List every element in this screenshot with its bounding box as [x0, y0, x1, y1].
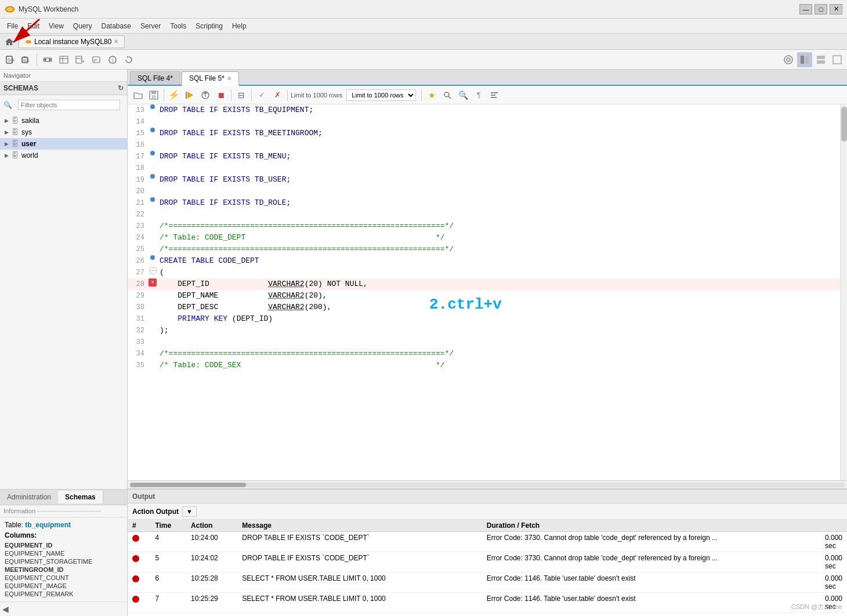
vertical-scrollbar[interactable]	[840, 104, 847, 480]
find-button[interactable]	[440, 88, 454, 102]
stop-button[interactable]: ⏹	[214, 88, 228, 102]
svg-marker-29	[187, 92, 193, 99]
toggle-output-button[interactable]: ⊟	[234, 88, 248, 102]
save-button[interactable]	[147, 88, 161, 102]
view-toggle-1[interactable]	[797, 52, 812, 67]
sql-tab-5[interactable]: SQL File 5* ✕	[182, 71, 239, 86]
menu-scripting[interactable]: Scripting	[191, 21, 227, 31]
output-row-4[interactable]: 4 10:24:00 DROP TABLE IF EXISTS `CODE_DE…	[128, 532, 847, 552]
invisible-chars-button[interactable]: ¶	[472, 88, 486, 102]
code-line-13: 13 DROP TABLE IF EXISTS TB_EQUIPMENT;	[128, 104, 847, 116]
window-controls: — □ ✕	[799, 4, 842, 15]
connect-db-button[interactable]	[40, 52, 55, 67]
schemas-header: SCHEMAS ↻	[0, 82, 127, 95]
output-results-table: # Time Action Message Duration / Fetch 4	[128, 520, 847, 616]
left-panel-collapse-button[interactable]: ◀	[2, 604, 9, 614]
tab-schemas[interactable]: Schemas	[58, 491, 103, 503]
table-edit-button[interactable]	[73, 52, 88, 67]
minimize-button[interactable]: —	[799, 4, 812, 15]
menu-file[interactable]: File	[2, 21, 23, 31]
schema-item-user[interactable]: ▶ 🗄 user	[0, 138, 127, 150]
tree-arrow-icon: ▶	[5, 141, 9, 147]
limit-select[interactable]: Limit to 10 rows Limit to 100 rows Limit…	[346, 89, 416, 101]
svg-rect-25	[833, 56, 841, 64]
open-folder-button[interactable]	[131, 88, 145, 102]
view-toggle-3[interactable]	[830, 52, 845, 67]
reconnect-button[interactable]	[121, 52, 136, 67]
col-equipment-storagetime: EQUIPMENT_STORAGETIME	[5, 557, 122, 566]
query-toolbar-sep4	[287, 89, 288, 101]
db-icon: 🗄	[12, 140, 19, 148]
output-toolbar: Action Output ▼	[128, 503, 847, 520]
menu-server[interactable]: Server	[136, 21, 165, 31]
watermark: CSDN @古二nine	[791, 603, 842, 611]
output-table-container: # Time Action Message Duration / Fetch 4	[128, 520, 847, 616]
close-button[interactable]: ✕	[830, 4, 842, 15]
procedure-button[interactable]: P	[89, 52, 104, 67]
col-header-action: Action	[186, 520, 237, 532]
maximize-button[interactable]: □	[815, 4, 827, 15]
code-editor[interactable]: 13 DROP TABLE IF EXISTS TB_EQUIPMENT; 14…	[128, 104, 847, 480]
menu-query[interactable]: Query	[68, 21, 97, 31]
output-row-7[interactable]: 7 10:25:29 SELECT * FROM USER.TABLE LIMI…	[128, 593, 847, 613]
explain-button[interactable]	[198, 88, 212, 102]
code-line-35: 35 /* Table: CODE_SEX */	[128, 360, 847, 371]
menu-edit[interactable]: Edit	[23, 21, 44, 31]
format-button[interactable]	[487, 88, 501, 102]
horizontal-scrollbar[interactable]	[128, 480, 847, 488]
col-equipment-count: EQUIPMENT_COUNT	[5, 574, 122, 582]
svg-rect-30	[186, 92, 187, 99]
instance-tab-close[interactable]: ✕	[114, 38, 118, 45]
sql-tabs: SQL File 4* SQL File 5* ✕	[128, 70, 847, 86]
svg-rect-21	[801, 56, 804, 64]
new-sql-button[interactable]: SQL	[2, 52, 17, 67]
schemas-refresh-icon[interactable]: ↻	[118, 84, 124, 92]
tab-administration[interactable]: Administration	[0, 491, 58, 503]
magnify-button[interactable]: 🔍	[456, 88, 470, 102]
filter-input[interactable]	[18, 100, 120, 110]
table-view-button[interactable]	[56, 52, 71, 67]
svg-point-8	[44, 59, 46, 61]
execute-button[interactable]: ⚡	[167, 88, 181, 102]
bookmark-button[interactable]: ★	[425, 88, 439, 102]
schema-item-sys[interactable]: ▶ 🗄 sys	[0, 126, 127, 138]
commit-button[interactable]: ✓	[255, 88, 269, 102]
main-layout: Navigator SCHEMAS ↻ 🔍 ▶ 🗄 sakila ▶ 🗄 sys…	[0, 70, 847, 616]
db-icon: 🗄	[12, 128, 19, 136]
code-line-22: 22	[128, 209, 847, 220]
db-icon: 🗄	[12, 151, 19, 160]
svg-rect-22	[805, 56, 809, 64]
query-toolbar-sep5	[421, 89, 422, 101]
schema-item-sakila[interactable]: ▶ 🗄 sakila	[0, 115, 127, 126]
query-toolbar: ⚡ ⏹ ⊟ ✓ ✗ Limit to 1000 rows Limit to 10…	[128, 86, 847, 104]
rollback-button[interactable]: ✗	[270, 88, 284, 102]
output-row-5[interactable]: 5 10:24:02 DROP TABLE IF EXISTS `CODE_DE…	[128, 552, 847, 572]
code-line-27: 27 − (	[128, 267, 847, 278]
menu-help[interactable]: Help	[227, 21, 251, 31]
action-output-label: Action Output	[132, 508, 179, 516]
instance-tab[interactable]: Local instance MySQL80 ✕	[19, 35, 125, 48]
home-button[interactable]	[2, 35, 16, 49]
execute-selection-button[interactable]	[183, 88, 197, 102]
sql-tab-close-icon[interactable]: ✕	[227, 75, 231, 82]
settings-button[interactable]	[781, 52, 796, 67]
schema-item-world[interactable]: ▶ 🗄 world	[0, 150, 127, 161]
view-toggle-2[interactable]	[813, 52, 828, 67]
db-icon: 🗄	[12, 117, 19, 125]
code-line-24: 24 /* Table: CODE_DEPT */	[128, 232, 847, 244]
svg-point-20	[787, 58, 790, 61]
code-line-18: 18	[128, 162, 847, 174]
svg-text:P: P	[94, 58, 97, 63]
left-panel: Navigator SCHEMAS ↻ 🔍 ▶ 🗄 sakila ▶ 🗄 sys…	[0, 70, 128, 616]
code-line-15: 15 DROP TABLE IF EXISTS TB_MEETINGROOM;	[128, 128, 847, 139]
info-button[interactable]: i	[105, 52, 120, 67]
action-output-dropdown[interactable]: ▼	[182, 506, 197, 517]
output-row-8[interactable]: 8 10:25:49 SELECT * FROM USER.CODE_DEPT …	[128, 613, 847, 617]
menu-tools[interactable]: Tools	[165, 21, 191, 31]
open-sql-button[interactable]: SQL	[19, 52, 34, 67]
output-row-6[interactable]: 6 10:25:28 SELECT * FROM USER.TABLE LIMI…	[128, 572, 847, 593]
col-header-duration: Duration / Fetch	[482, 520, 820, 532]
menu-view[interactable]: View	[44, 21, 68, 31]
sql-tab-4[interactable]: SQL File 4*	[130, 71, 180, 85]
menu-database[interactable]: Database	[97, 21, 136, 31]
